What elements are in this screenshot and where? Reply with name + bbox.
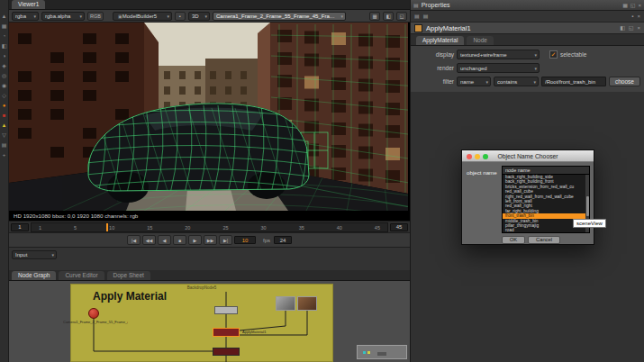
display-dropdown[interactable]: textured+wireframe ▾: [457, 50, 540, 59]
minimize-window-button[interactable]: [475, 154, 480, 159]
next-keyframe-button[interactable]: ▶▶: [204, 235, 217, 245]
render-dropdown[interactable]: unchanged ▾: [457, 63, 540, 73]
input-selector-dropdown[interactable]: Input ▾: [12, 250, 57, 259]
timeline-ruler[interactable]: 15 1015 2025 3035 4045: [31, 222, 388, 232]
keyer-icon[interactable]: ◎: [0, 71, 8, 81]
node-graph-tabbar: Node Graph Curve Editor Dope Sheet: [9, 270, 410, 281]
cancel-button[interactable]: Cancel: [528, 236, 560, 244]
scene-node[interactable]: [213, 348, 240, 356]
dialog-title: Object Name Chooser: [497, 153, 558, 159]
particles-icon[interactable]: ■: [0, 111, 8, 121]
goto-end-button[interactable]: ▶|: [219, 235, 232, 245]
ok-button[interactable]: OK: [502, 236, 525, 244]
filter-op-dropdown[interactable]: contains ▾: [494, 77, 539, 86]
read-node-thumbnail-2[interactable]: [297, 296, 317, 311]
prev-keyframe-button[interactable]: ◀◀: [142, 235, 156, 245]
stack-icon[interactable]: ▤: [414, 12, 420, 21]
color-icon[interactable]: ◑: [0, 51, 8, 61]
camera-dropdown[interactable]: Camera1_Frame_2_Frame_55_Frame_45_Frame_…: [213, 12, 346, 21]
other-icon[interactable]: +: [0, 150, 8, 160]
fps-field[interactable]: [274, 236, 292, 244]
view-mode-dropdown[interactable]: 3D ▾: [188, 12, 210, 21]
layer-dropdown[interactable]: rgba ▾: [12, 12, 39, 21]
properties-body: display textured+wireframe ▾ ✓ selectabl…: [411, 46, 644, 92]
choose-button[interactable]: choose: [609, 77, 640, 86]
check-icon: ✓: [551, 51, 557, 58]
grid-icon[interactable]: ▦: [369, 12, 380, 21]
filter-icon[interactable]: ◈: [0, 61, 8, 71]
chevron-down-icon: ▾: [167, 14, 169, 19]
transport-controls: |◀ ◀◀ ◀ ■ ▶ ▶▶ ▶| fps: [9, 232, 410, 247]
play-forward-button[interactable]: ▶: [188, 235, 202, 245]
viewer-toolbar: rgba ▾ rgba.alpha ▾ RGB ▣ ModelBuilder5 …: [9, 10, 410, 23]
tab-node-graph[interactable]: Node Graph: [12, 271, 56, 280]
range-start-field[interactable]: [11, 223, 29, 231]
filter-field-dropdown[interactable]: name ▾: [457, 77, 491, 86]
alpha-layer-dropdown[interactable]: rgba.alpha ▾: [41, 12, 85, 21]
apply-material-node[interactable]: [213, 328, 240, 337]
filter-label: filter: [413, 78, 454, 85]
tab-curve-editor[interactable]: Curve Editor: [59, 271, 104, 280]
tab-viewer1[interactable]: Viewer1: [12, 0, 45, 9]
node-graph-minimap[interactable]: [357, 345, 407, 359]
scene-dropdown[interactable]: ▣ ModelBuilder5 ▾: [113, 12, 172, 21]
views-icon[interactable]: ▽: [0, 131, 8, 140]
close-window-button[interactable]: [467, 154, 472, 159]
current-frame-field[interactable]: [234, 236, 256, 244]
lock-panels-icon[interactable]: ▪: [631, 12, 633, 21]
image-icon[interactable]: ▦: [0, 22, 8, 32]
play-backward-button[interactable]: ◀: [158, 235, 171, 245]
minimap-node-dot: [363, 351, 366, 354]
viewport[interactable]: [9, 23, 410, 211]
chevron-down-icon: ▾: [534, 52, 537, 58]
merge-icon[interactable]: ◉: [0, 81, 8, 91]
center-node-icon[interactable]: ◧: [620, 23, 625, 32]
deep-icon[interactable]: ▲: [0, 121, 8, 131]
tab-node[interactable]: Node: [467, 36, 494, 45]
channel-display-toggle[interactable]: RGB: [87, 12, 104, 21]
filter-value-input[interactable]: [541, 77, 606, 86]
application-window: ▲ ▦ ◔ ◧ ◑ ◈ ◎ ◉ ◇ ● ■ ▲ ▽ ▤ + Viewer1 rg…: [0, 0, 644, 362]
tab-dope-sheet[interactable]: Dope Sheet: [107, 271, 150, 280]
node-graph-canvas[interactable]: BackdropNode5 Apply Material Camera1_Fra…: [9, 281, 410, 362]
selectable-checkbox[interactable]: ✓: [549, 50, 558, 59]
menu-icon[interactable]: ▤: [413, 1, 419, 10]
zoom-window-button[interactable]: [483, 154, 488, 159]
read-node-thumbnail-1[interactable]: [276, 296, 295, 311]
chevron-down-icon: ▾: [340, 14, 343, 19]
clear-panels-icon[interactable]: ×: [637, 12, 640, 21]
chevron-down-icon: ▾: [33, 14, 36, 19]
object-list-item[interactable]: road: [503, 228, 589, 232]
time-icon[interactable]: ◔: [0, 32, 8, 41]
tool-dock: ▲ ▦ ◔ ◧ ◑ ◈ ◎ ◉ ◇ ● ■ ▲ ▽ ▤ +: [0, 0, 9, 362]
tab-applymaterial[interactable]: ApplyMaterial: [416, 36, 464, 45]
float-viewer-icon[interactable]: ◱: [396, 12, 407, 21]
camera-node[interactable]: [88, 308, 99, 319]
playhead[interactable]: [106, 223, 108, 231]
grid-icon[interactable]: ▦: [622, 1, 628, 10]
channel-icon[interactable]: ◧: [0, 41, 8, 51]
3d-icon[interactable]: ●: [0, 101, 8, 111]
filter-row: filter name ▾ contains ▾ choose: [413, 77, 640, 86]
close-properties-icon[interactable]: ×: [637, 23, 640, 32]
viewer-bottom-bar: Input ▾: [9, 247, 410, 270]
cursor-icon[interactable]: ▲: [0, 12, 8, 22]
range-end-field[interactable]: [390, 223, 408, 231]
viewer-panel: Viewer1 rgba ▾ rgba.alpha ▾ RGB ▣ ModelB…: [9, 0, 410, 270]
stack-icon[interactable]: ▤: [423, 12, 429, 21]
lock-icon[interactable]: ▪: [175, 12, 186, 21]
close-panel-icon[interactable]: ×: [638, 1, 641, 10]
stop-button[interactable]: ■: [173, 235, 186, 245]
float-panel-icon[interactable]: ◱: [630, 1, 636, 10]
wipe-icon[interactable]: ◧: [383, 12, 394, 21]
float-properties-icon[interactable]: ◱: [629, 23, 634, 32]
camera-node-label: Camera1_Frame_2_Frame_55_Frame_45_Frame_…: [63, 321, 128, 329]
node-properties-header: ApplyMaterial1 ◧ ◱ ×: [411, 23, 644, 34]
metadata-icon[interactable]: ▤: [0, 140, 8, 150]
node-color-swatch[interactable]: [414, 24, 422, 32]
chevron-down-icon: ▾: [485, 79, 488, 85]
readgeo-node[interactable]: [214, 306, 238, 314]
transform-icon[interactable]: ◇: [0, 91, 8, 101]
goto-start-button[interactable]: |◀: [127, 235, 141, 245]
dialog-titlebar[interactable]: Object Name Chooser: [462, 150, 594, 162]
